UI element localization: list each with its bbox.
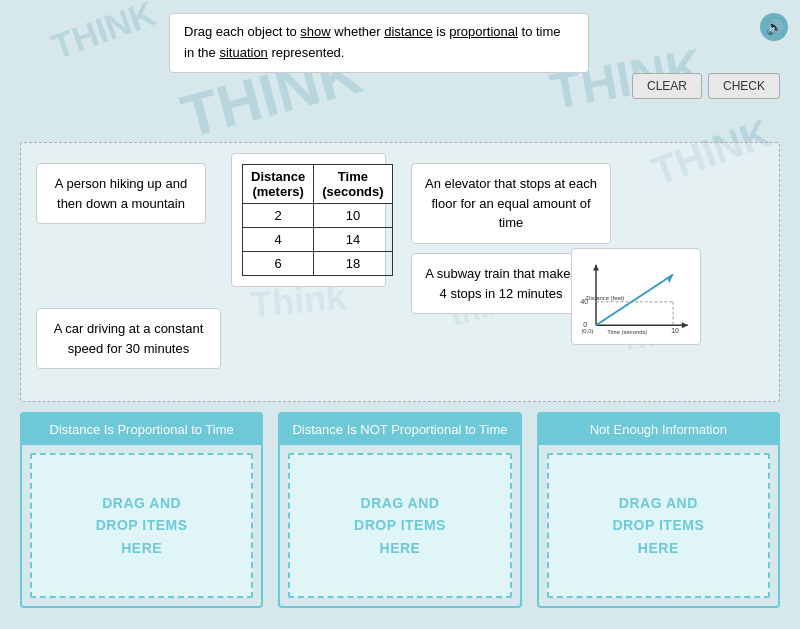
clear-button[interactable]: CLEAR: [632, 73, 702, 99]
svg-text:Time (seconds): Time (seconds): [607, 329, 647, 335]
card-hiking-text: A person hiking up and then down a mount…: [55, 176, 187, 211]
col-distance-header: Distance (meters): [243, 165, 314, 204]
drop-zone-proportional-header: Distance Is Proportional to Time: [22, 414, 261, 445]
svg-marker-2: [682, 322, 688, 328]
cell-time: 18: [314, 252, 392, 276]
drop-zone-not-proportional-placeholder: DRAG ANDDROP ITEMSHERE: [354, 492, 446, 559]
items-area: A person hiking up and then down a mount…: [20, 142, 780, 402]
drop-zone-not-enough[interactable]: Not Enough Information DRAG ANDDROP ITEM…: [537, 412, 780, 608]
speaker-button[interactable]: 🔊: [760, 13, 788, 41]
table-row: 2 10: [243, 204, 393, 228]
card-subway[interactable]: A subway train that makes 4 stops in 12 …: [411, 253, 591, 314]
check-button[interactable]: CHECK: [708, 73, 780, 99]
instruction-text: Drag each object to show whether distanc…: [184, 24, 561, 60]
drop-zone-proportional-body[interactable]: DRAG ANDDROP ITEMSHERE: [30, 453, 253, 598]
cell-distance: 4: [243, 228, 314, 252]
card-elevator-text: An elevator that stops at each floor for…: [425, 176, 597, 230]
svg-text:10: 10: [671, 327, 679, 334]
graph-svg: 40 0 10 (0,0) Time (seconds) Distance (f…: [578, 255, 696, 335]
svg-marker-3: [593, 265, 599, 271]
drop-zone-not-enough-body[interactable]: DRAG ANDDROP ITEMSHERE: [547, 453, 770, 598]
drop-zone-not-proportional[interactable]: Distance Is NOT Proportional to Time DRA…: [278, 412, 521, 608]
drop-zone-proportional-placeholder: DRAG ANDDROP ITEMSHERE: [96, 492, 188, 559]
card-car-text: A car driving at a constant speed for 30…: [54, 321, 204, 356]
card-elevator[interactable]: An elevator that stops at each floor for…: [411, 163, 611, 244]
instruction-panel: Drag each object to show whether distanc…: [169, 13, 589, 73]
card-subway-text: A subway train that makes 4 stops in 12 …: [425, 266, 577, 301]
drop-zone-not-proportional-body[interactable]: DRAG ANDDROP ITEMSHERE: [288, 453, 511, 598]
cell-distance: 6: [243, 252, 314, 276]
col-time-header: Time (seconds): [314, 165, 392, 204]
action-buttons: CLEAR CHECK: [632, 73, 780, 99]
card-table[interactable]: Distance (meters) Time (seconds) 2 10 4 …: [231, 153, 386, 287]
drop-zone-proportional[interactable]: Distance Is Proportional to Time DRAG AN…: [20, 412, 263, 608]
cell-distance: 2: [243, 204, 314, 228]
data-table: Distance (meters) Time (seconds) 2 10 4 …: [242, 164, 393, 276]
drop-zone-not-proportional-header: Distance Is NOT Proportional to Time: [280, 414, 519, 445]
table-row: 6 18: [243, 252, 393, 276]
svg-text:Distance (feet): Distance (feet): [586, 295, 624, 301]
card-hiking[interactable]: A person hiking up and then down a mount…: [36, 163, 206, 224]
drop-zones-container: Distance Is Proportional to Time DRAG AN…: [20, 412, 780, 608]
card-graph[interactable]: 40 0 10 (0,0) Time (seconds) Distance (f…: [571, 248, 701, 345]
cell-time: 10: [314, 204, 392, 228]
svg-text:(0,0): (0,0): [581, 328, 593, 334]
drop-zone-not-enough-header: Not Enough Information: [539, 414, 778, 445]
cell-time: 14: [314, 228, 392, 252]
card-car[interactable]: A car driving at a constant speed for 30…: [36, 308, 221, 369]
drop-zone-not-enough-placeholder: DRAG ANDDROP ITEMSHERE: [612, 492, 704, 559]
table-row: 4 14: [243, 228, 393, 252]
